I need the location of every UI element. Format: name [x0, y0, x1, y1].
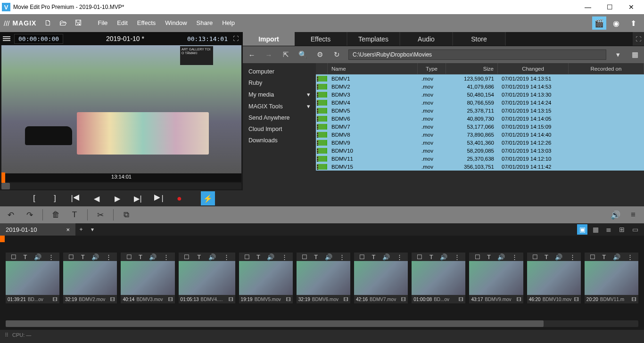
- storyboard-clip[interactable]: ☐T🔊⋮32:19BDMV6.mov🎞: [297, 253, 350, 303]
- mixer-icon[interactable]: ≡: [627, 209, 639, 221]
- project-tab[interactable]: 2019-01-10 ×: [0, 223, 75, 236]
- clip-menu-icon[interactable]: ⋮: [512, 253, 518, 261]
- nav-forward-icon[interactable]: →: [264, 49, 274, 60]
- clip-checkbox-icon[interactable]: ☐: [11, 253, 17, 261]
- browser-maximize-icon[interactable]: ⛶: [633, 32, 644, 46]
- view-storyboard-icon[interactable]: ▣: [577, 224, 587, 235]
- lightning-button[interactable]: ⚡: [201, 191, 215, 205]
- tab-import[interactable]: Import: [243, 32, 295, 46]
- storyboard-clip[interactable]: ☐T🔊⋮20:20BDMV11.m🎞: [585, 253, 638, 303]
- file-row[interactable]: BDMV3.mov50,480,15407/01/2019 14:13:30: [316, 90, 644, 98]
- close-icon[interactable]: ×: [66, 226, 70, 233]
- storyboard-scroll-thumb[interactable]: [6, 320, 544, 327]
- mark-out-button[interactable]: ]: [49, 192, 61, 204]
- file-row[interactable]: BDMV1.mov123,590,97107/01/2019 14:13:51: [316, 74, 644, 82]
- maximize-button[interactable]: ☐: [599, 0, 620, 14]
- clip-checkbox-icon[interactable]: ☐: [417, 253, 422, 261]
- storyboard-clip[interactable]: ☐T🔊⋮32:19BDMV2.mov🎞: [63, 253, 117, 303]
- refresh-icon[interactable]: ↻: [331, 49, 342, 60]
- tree-magixtools[interactable]: MAGIX Tools▾: [243, 100, 316, 112]
- clip-audio-icon[interactable]: 🔊: [440, 253, 447, 261]
- clip-audio-icon[interactable]: 🔊: [91, 253, 99, 261]
- storyboard-clip[interactable]: ☐T🔊⋮01:00:08BD...ov🎞: [412, 253, 465, 303]
- file-row[interactable]: BDMV8.mov73,890,86507/01/2019 14:14:40: [316, 131, 644, 139]
- minimize-button[interactable]: —: [577, 0, 599, 14]
- menu-share[interactable]: Share: [192, 14, 218, 32]
- clip-audio-icon[interactable]: 🔊: [613, 253, 620, 261]
- path-input[interactable]: C:\Users\Ruby\Dropbox\Movies: [348, 49, 606, 60]
- clapper-icon[interactable]: 🎬: [592, 16, 606, 30]
- go-start-button[interactable]: |⯇: [70, 192, 82, 204]
- clip-checkbox-icon[interactable]: ☐: [68, 253, 74, 261]
- clip-menu-icon[interactable]: ⋮: [570, 253, 576, 261]
- clip-title-icon[interactable]: T: [602, 253, 606, 261]
- upload-icon[interactable]: ⬆: [626, 16, 640, 30]
- path-dropdown-icon[interactable]: ▾: [613, 49, 623, 60]
- search-icon[interactable]: 🔍: [297, 49, 308, 60]
- clip-title-icon[interactable]: T: [256, 253, 260, 261]
- menu-effects[interactable]: Effects: [132, 14, 161, 32]
- clip-audio-icon[interactable]: 🔊: [267, 253, 274, 261]
- storyboard-clip[interactable]: ☐T🔊⋮01:39:21BD...ov🎞: [6, 253, 59, 303]
- clip-menu-icon[interactable]: ⋮: [339, 253, 345, 261]
- file-row[interactable]: BDMV5.mov25,378,71107/01/2019 14:13:15: [316, 106, 644, 114]
- clip-title-icon[interactable]: T: [197, 253, 201, 261]
- tree-ruby[interactable]: Ruby: [243, 77, 316, 89]
- clip-checkbox-icon[interactable]: ☐: [359, 253, 365, 261]
- clip-checkbox-icon[interactable]: ☐: [532, 253, 538, 261]
- gear-icon[interactable]: ⚙: [314, 49, 325, 60]
- tab-store[interactable]: Store: [453, 32, 505, 46]
- file-row[interactable]: BDMV2.mov41,079,68607/01/2019 14:14:53: [316, 82, 644, 90]
- preview-menu-icon[interactable]: [3, 35, 10, 42]
- clip-title-icon[interactable]: T: [81, 253, 85, 261]
- preview-maximize-icon[interactable]: ⛶: [231, 35, 240, 42]
- column-type[interactable]: Type: [418, 63, 446, 74]
- clip-audio-icon[interactable]: 🔊: [325, 253, 332, 261]
- view-multicam-icon[interactable]: ⊞: [617, 224, 627, 235]
- menu-window[interactable]: Window: [160, 14, 191, 32]
- clip-title-icon[interactable]: T: [545, 253, 548, 261]
- tree-downloads[interactable]: Downloads: [243, 135, 316, 146]
- close-button[interactable]: ✕: [620, 0, 642, 14]
- clip-title-icon[interactable]: T: [314, 253, 318, 261]
- clip-menu-icon[interactable]: ⋮: [163, 253, 169, 261]
- menu-help[interactable]: Help: [217, 14, 239, 32]
- clip-checkbox-icon[interactable]: ☐: [184, 253, 190, 261]
- redo-icon[interactable]: ↷: [24, 209, 36, 221]
- tab-dropdown-icon[interactable]: ▾: [87, 223, 98, 236]
- group-icon[interactable]: ⧉: [120, 209, 132, 221]
- next-frame-button[interactable]: ▶|: [132, 192, 144, 204]
- clip-checkbox-icon[interactable]: ☐: [590, 253, 595, 261]
- file-row[interactable]: BDMV7.mov53,177,06607/01/2019 14:15:09: [316, 122, 644, 131]
- nav-back-icon[interactable]: ←: [247, 49, 257, 60]
- file-row[interactable]: BDMV11.mov25,370,63807/01/2019 14:12:10: [316, 155, 644, 163]
- play-button[interactable]: ▶: [111, 192, 124, 204]
- clip-menu-icon[interactable]: ⋮: [454, 253, 460, 261]
- storyboard-clip[interactable]: ☐T🔊⋮46:20BDMV10.mov🎞: [527, 253, 581, 303]
- column-recorded[interactable]: Recorded on: [569, 63, 644, 74]
- cut-icon[interactable]: ✂: [94, 209, 107, 221]
- volume-icon[interactable]: 🔊: [609, 209, 621, 221]
- clip-menu-icon[interactable]: ⋮: [223, 253, 230, 261]
- tab-effects[interactable]: Effects: [295, 32, 347, 46]
- tree-mymedia[interactable]: My media▾: [243, 89, 316, 100]
- clip-menu-icon[interactable]: ⋮: [48, 253, 54, 261]
- file-row[interactable]: BDMV9.mov53,401,36007/01/2019 14:12:26: [316, 139, 644, 147]
- tree-cloudimport[interactable]: Cloud Import: [243, 123, 316, 135]
- clip-checkbox-icon[interactable]: ☐: [302, 253, 307, 261]
- clip-audio-icon[interactable]: 🔊: [208, 253, 216, 261]
- preview-timeline[interactable]: 13:14:01: [1, 173, 241, 182]
- column-size[interactable]: Size: [446, 63, 498, 74]
- timecode-left[interactable]: 00:00:00:00: [14, 34, 63, 44]
- clip-audio-icon[interactable]: 🔊: [34, 253, 41, 261]
- new-file-icon[interactable]: 🗋: [42, 17, 54, 29]
- clip-title-icon[interactable]: T: [429, 253, 433, 261]
- clip-checkbox-icon[interactable]: ☐: [244, 253, 250, 261]
- storyboard-clip[interactable]: ☐T🔊⋮42:16BDMV7.mov🎞: [354, 253, 408, 303]
- tab-audio[interactable]: Audio: [400, 32, 452, 46]
- record-button[interactable]: ●: [173, 192, 186, 204]
- clip-menu-icon[interactable]: ⋮: [627, 253, 633, 261]
- title-icon[interactable]: T: [68, 209, 81, 221]
- clip-checkbox-icon[interactable]: ☐: [126, 253, 132, 261]
- clip-title-icon[interactable]: T: [372, 253, 375, 261]
